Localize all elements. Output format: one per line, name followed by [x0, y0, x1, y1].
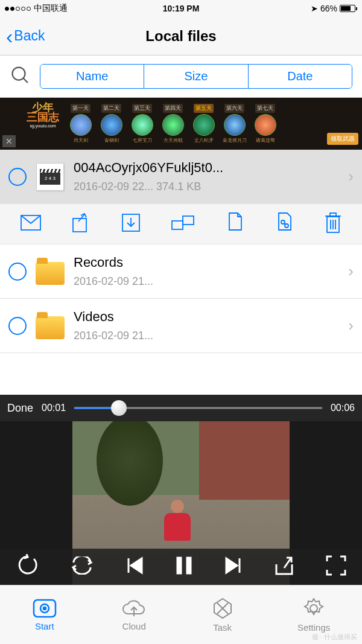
- status-bar: 中国联通 10:19 PM ➤ 66%: [0, 0, 362, 17]
- file-row[interactable]: 2 4 3 004AcOyrjx06YFuklj5t0... 2016-02-0…: [0, 150, 362, 204]
- tab-label: Settings: [297, 622, 330, 633]
- file-meta: 2016-02-09 22... 374.1 KB: [74, 180, 340, 193]
- total-time: 00:06: [331, 403, 355, 413]
- sort-date-button[interactable]: Date: [249, 65, 352, 88]
- tab-label: Task: [213, 622, 232, 633]
- select-circle[interactable]: [8, 263, 27, 281]
- folder-icon: [35, 257, 65, 287]
- sort-size-button[interactable]: Size: [144, 65, 248, 88]
- svg-rect-14: [330, 213, 336, 216]
- ad-banner[interactable]: ✕ 少年 三国志 sg.youzu.com 第一天倚天剑 第二天青钢剑 第三天七…: [0, 98, 362, 150]
- pause-icon[interactable]: [176, 556, 192, 578]
- rotate-icon[interactable]: [171, 214, 194, 234]
- share-icon[interactable]: [72, 213, 91, 235]
- chevron-right-icon: ›: [348, 316, 354, 335]
- folder-icon: [35, 311, 65, 341]
- fullscreen-icon[interactable]: [326, 555, 346, 578]
- action-toolbar: [0, 204, 362, 244]
- carrier-label: 中国联通: [34, 3, 68, 14]
- svg-rect-21: [186, 557, 191, 574]
- video-file-icon: 2 4 3: [35, 162, 65, 192]
- select-circle[interactable]: [8, 317, 27, 335]
- video-player: Done 00:01 00:06 ◯ 秒拍: [0, 395, 362, 585]
- chevron-right-icon: ›: [348, 262, 354, 281]
- folder-row[interactable]: Videos 2016-02-09 21... ›: [0, 299, 362, 353]
- tab-settings[interactable]: Settings: [297, 597, 330, 633]
- svg-rect-7: [172, 221, 183, 229]
- done-button[interactable]: Done: [7, 402, 33, 415]
- file-meta: 2016-02-09 21...: [74, 275, 340, 288]
- search-icon[interactable]: [10, 65, 31, 89]
- seek-slider[interactable]: [74, 399, 322, 417]
- battery-icon: [340, 5, 357, 12]
- link-icon[interactable]: [275, 212, 293, 235]
- folder-row[interactable]: Records 2016-02-09 21... ›: [0, 244, 362, 299]
- svg-rect-20: [177, 557, 182, 574]
- nav-bar: ‹ Back Local files: [0, 17, 362, 56]
- page-watermark: 值 · 什么值得买: [312, 633, 357, 642]
- player-top-bar: Done 00:01 00:06: [0, 395, 362, 421]
- ad-cta-button[interactable]: 领取武器: [327, 133, 358, 145]
- sort-row: Name Size Date: [0, 56, 362, 98]
- battery-pct: 66%: [320, 4, 337, 13]
- sort-segmented: Name Size Date: [40, 64, 352, 89]
- svg-rect-8: [183, 216, 194, 225]
- sort-name-button[interactable]: Name: [40, 65, 144, 88]
- mail-icon[interactable]: [21, 215, 41, 233]
- ad-brand-logo: 少年 三国志 sg.youzu.com: [21, 103, 65, 138]
- chevron-right-icon: ›: [348, 167, 354, 186]
- file-name: 004AcOyrjx06YFuklj5t0...: [74, 160, 340, 176]
- svg-marker-23: [226, 558, 237, 573]
- tab-label: Cloud: [122, 621, 146, 631]
- next-icon[interactable]: [224, 556, 243, 578]
- export-icon[interactable]: [274, 556, 294, 578]
- player-controls: [0, 549, 362, 585]
- page-title: Local files: [0, 28, 362, 45]
- tab-bar: Start Cloud Task Settings: [0, 585, 362, 644]
- svg-line-11: [284, 223, 285, 225]
- tab-cloud[interactable]: Cloud: [121, 598, 147, 631]
- loop-icon[interactable]: [70, 556, 94, 577]
- signal-icon: [5, 7, 31, 11]
- file-name: Videos: [74, 309, 340, 325]
- svg-point-0: [13, 67, 25, 80]
- tab-task[interactable]: Task: [211, 597, 234, 633]
- copy-icon[interactable]: [226, 212, 244, 235]
- ad-close-button[interactable]: ✕: [2, 135, 16, 147]
- svg-marker-19: [131, 558, 142, 573]
- tab-start[interactable]: Start: [32, 598, 57, 631]
- prev-icon[interactable]: [125, 556, 144, 578]
- select-circle[interactable]: [8, 168, 27, 186]
- svg-line-24: [284, 558, 291, 568]
- download-icon[interactable]: [122, 214, 140, 234]
- file-meta: 2016-02-09 21...: [74, 330, 340, 342]
- location-icon: ➤: [311, 4, 318, 13]
- trash-icon[interactable]: [325, 212, 341, 235]
- elapsed-time: 00:01: [42, 403, 66, 413]
- svg-point-27: [43, 607, 46, 610]
- tab-label: Start: [35, 621, 54, 631]
- file-name: Records: [74, 255, 340, 270]
- rewind-icon[interactable]: [16, 554, 39, 579]
- clock: 10:19 PM: [122, 4, 240, 13]
- svg-line-1: [24, 78, 28, 83]
